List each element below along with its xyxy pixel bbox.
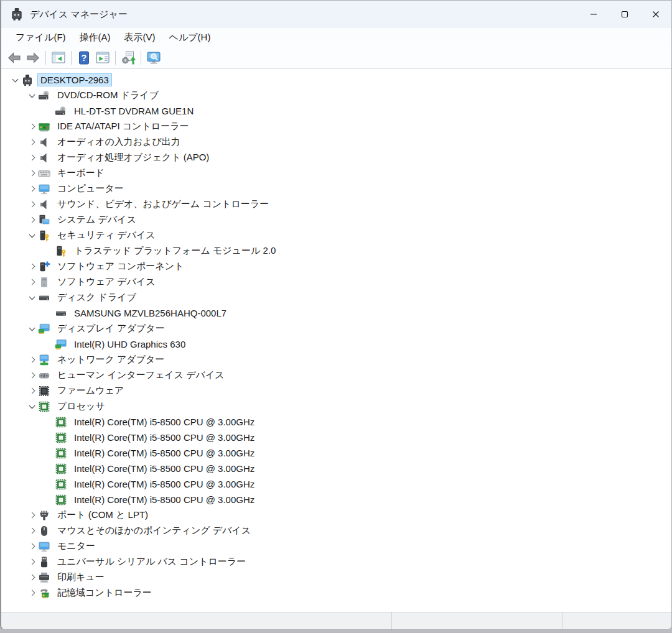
chevron-right-icon[interactable] — [26, 354, 38, 366]
tree-item-label[interactable]: 印刷キュー — [54, 570, 108, 584]
tree-item[interactable]: ファームウェア — [1, 383, 671, 399]
chevron-down-icon[interactable] — [26, 400, 38, 413]
tree-item-label[interactable]: Intel(R) Core(TM) i5-8500 CPU @ 3.00GHz — [71, 493, 258, 506]
tree-item-label[interactable]: Intel(R) Core(TM) i5-8500 CPU @ 3.00GHz — [71, 415, 258, 428]
chevron-down-icon[interactable] — [9, 74, 21, 86]
tree-item[interactable]: IDE ATA/ATAPI コントローラー — [1, 119, 671, 134]
chevron-right-icon[interactable] — [26, 587, 38, 599]
tree-item-label[interactable]: ヒューマン インターフェイス デバイス — [54, 368, 228, 382]
tree-item-label[interactable]: ファームウェア — [54, 384, 127, 398]
tree-item-label[interactable]: Intel(R) Core(TM) i5-8500 CPU @ 3.00GHz — [71, 446, 258, 460]
tree-item-label[interactable]: セキュリティ デバイス — [54, 228, 159, 243]
show-console-tree-button[interactable] — [49, 49, 68, 67]
chevron-right-icon[interactable] — [26, 540, 38, 553]
menu-file[interactable]: ファイル(F) — [9, 30, 73, 45]
tree-item[interactable]: 記憶域コントローラー — [1, 585, 671, 601]
tree-item-label[interactable]: Intel(R) Core(TM) i5-8500 CPU @ 3.00GHz — [71, 431, 258, 444]
chevron-right-icon[interactable] — [26, 198, 38, 211]
tree-item[interactable]: トラステッド プラットフォーム モジュール 2.0 — [1, 243, 671, 259]
tree-item-label[interactable]: SAMSUNG MZVLB256HAHQ-000L7 — [71, 307, 230, 320]
properties-button[interactable] — [93, 49, 112, 67]
back-button[interactable] — [5, 49, 24, 67]
help-button[interactable] — [75, 49, 93, 67]
tree-item-label[interactable]: マウスとそのほかのポインティング デバイス — [54, 524, 254, 538]
tree-item[interactable]: DESKTOP-2963 — [1, 72, 671, 88]
tree-item[interactable]: Intel(R) Core(TM) i5-8500 CPU @ 3.00GHz — [1, 414, 671, 430]
tree-item[interactable]: ネットワーク アダプター — [1, 352, 671, 367]
chevron-right-icon[interactable] — [26, 152, 38, 164]
menu-action[interactable]: 操作(A) — [73, 30, 118, 45]
tree-item[interactable]: ディスプレイ アダプター — [1, 321, 671, 336]
tree-item[interactable]: 印刷キュー — [1, 570, 671, 585]
tree-item[interactable]: サウンド、ビデオ、およびゲーム コントローラー — [1, 196, 671, 212]
tree-item-label[interactable]: プロセッサ — [54, 399, 108, 414]
tree-item-label[interactable]: オーディオ処理オブジェクト (APO) — [54, 150, 212, 165]
chevron-down-icon[interactable] — [26, 323, 38, 335]
forward-button[interactable] — [24, 49, 42, 67]
chevron-right-icon[interactable] — [26, 525, 38, 537]
tree-item-label[interactable]: ソフトウェア コンポーネント — [54, 259, 187, 274]
tree-item-label[interactable]: ネットワーク アダプター — [54, 353, 167, 367]
tree-item[interactable]: プロセッサ — [1, 399, 671, 414]
tree-item-label[interactable]: IDE ATA/ATAPI コントローラー — [54, 119, 192, 134]
chevron-down-icon[interactable] — [26, 229, 38, 242]
tree-item[interactable]: Intel(R) Core(TM) i5-8500 CPU @ 3.00GHz — [1, 445, 671, 461]
tree-item[interactable]: HL-DT-ST DVDRAM GUE1N — [1, 103, 671, 119]
tree-item-label[interactable]: モニター — [54, 539, 98, 553]
chevron-right-icon[interactable] — [26, 167, 38, 180]
chevron-right-icon[interactable] — [26, 121, 38, 133]
menu-help[interactable]: ヘルプ(H) — [162, 30, 218, 45]
tree-item-label[interactable]: コンピューター — [54, 182, 127, 196]
tree-item[interactable]: Intel(R) Core(TM) i5-8500 CPU @ 3.00GHz — [1, 476, 671, 492]
chevron-right-icon[interactable] — [26, 214, 38, 226]
tree-item-label[interactable]: Intel(R) Core(TM) i5-8500 CPU @ 3.00GHz — [71, 462, 258, 475]
tree-item-label[interactable]: ポート (COM と LPT) — [54, 508, 151, 522]
tree-item[interactable]: Intel(R) Core(TM) i5-8500 CPU @ 3.00GHz — [1, 492, 671, 507]
tree-item-label[interactable]: キーボード — [54, 166, 108, 180]
tree-item-label[interactable]: 記憶域コントローラー — [54, 586, 155, 600]
tree-item-label[interactable]: ユニバーサル シリアル バス コントローラー — [54, 555, 249, 569]
tree-item-label[interactable]: HL-DT-ST DVDRAM GUE1N — [71, 104, 197, 118]
tree-item[interactable]: ポート (COM と LPT) — [1, 507, 671, 523]
tree-item[interactable]: SAMSUNG MZVLB256HAHQ-000L7 — [1, 305, 671, 321]
menu-view[interactable]: 表示(V) — [118, 30, 162, 45]
update-driver-button[interactable] — [119, 49, 138, 67]
tree-item[interactable]: セキュリティ デバイス — [1, 228, 671, 243]
tree-item-label[interactable]: Intel(R) Core(TM) i5-8500 CPU @ 3.00GHz — [71, 478, 258, 491]
tree-item-label[interactable]: サウンド、ビデオ、およびゲーム コントローラー — [54, 197, 272, 211]
tree-item[interactable]: ソフトウェア コンポーネント — [1, 259, 671, 274]
tree-item-label[interactable]: オーディオの入力および出力 — [54, 135, 184, 149]
chevron-right-icon[interactable] — [26, 571, 38, 584]
chevron-down-icon[interactable] — [26, 90, 38, 102]
tree-item[interactable]: ディスク ドライブ — [1, 290, 671, 305]
tree-item[interactable]: キーボード — [1, 165, 671, 181]
chevron-right-icon[interactable] — [26, 369, 38, 382]
tree-item-label[interactable]: ディスク ドライブ — [54, 290, 139, 305]
tree-item[interactable]: Intel(R) Core(TM) i5-8500 CPU @ 3.00GHz — [1, 461, 671, 476]
tree-item[interactable]: ユニバーサル シリアル バス コントローラー — [1, 554, 671, 570]
tree-item[interactable]: システム デバイス — [1, 212, 671, 228]
tree-item[interactable]: ヒューマン インターフェイス デバイス — [1, 367, 671, 383]
tree-item[interactable]: オーディオの入力および出力 — [1, 134, 671, 150]
chevron-right-icon[interactable] — [26, 183, 38, 195]
tree-item[interactable]: オーディオ処理オブジェクト (APO) — [1, 150, 671, 165]
minimize-button[interactable] — [578, 1, 609, 28]
tree-item-label[interactable]: DESKTOP-2963 — [37, 73, 112, 86]
chevron-right-icon[interactable] — [26, 136, 38, 149]
chevron-down-icon[interactable] — [26, 292, 38, 304]
chevron-right-icon[interactable] — [26, 385, 38, 397]
tree-item-label[interactable]: ソフトウェア デバイス — [54, 275, 159, 289]
tree-item[interactable]: マウスとそのほかのポインティング デバイス — [1, 523, 671, 538]
tree-item[interactable]: モニター — [1, 538, 671, 554]
tree-item[interactable]: コンピューター — [1, 181, 671, 196]
chevron-right-icon[interactable] — [26, 509, 38, 522]
tree-item-label[interactable]: システム デバイス — [54, 213, 139, 227]
tree-item[interactable]: Intel(R) UHD Graphics 630 — [1, 336, 671, 352]
tree-item-label[interactable]: Intel(R) UHD Graphics 630 — [71, 338, 189, 351]
scan-hardware-changes-button[interactable] — [144, 49, 163, 67]
chevron-right-icon[interactable] — [26, 261, 38, 273]
tree-item[interactable]: DVD/CD-ROM ドライブ — [1, 88, 671, 103]
tree-item-label[interactable]: ディスプレイ アダプター — [54, 321, 168, 336]
tree-item[interactable]: ソフトウェア デバイス — [1, 274, 671, 290]
close-button[interactable] — [640, 1, 671, 28]
